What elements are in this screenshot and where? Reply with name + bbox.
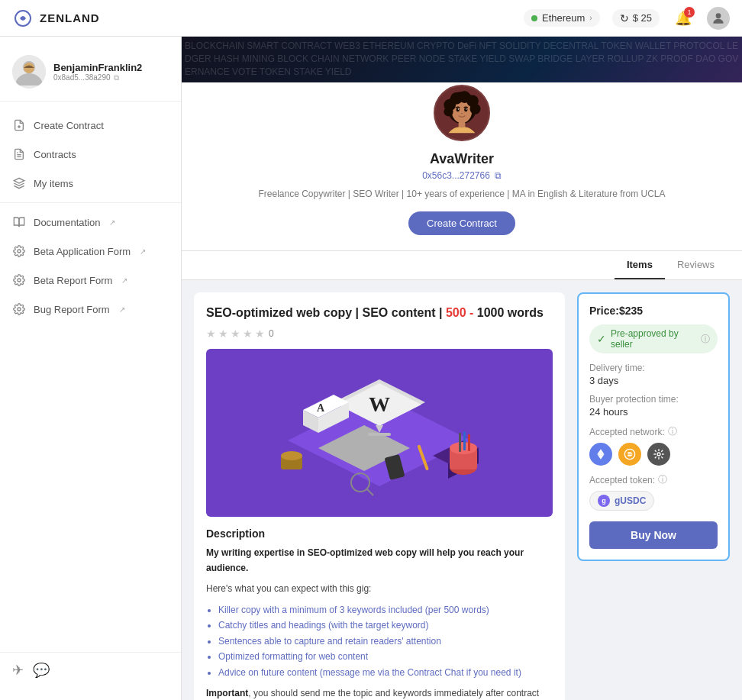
create-contract-button[interactable]: Create Contract [408, 211, 515, 235]
profile-bio: Freelance Copywriter | SEO Writer | 10+ … [182, 187, 742, 201]
user-info: BenjaminFranklin2 0x8ad5...38a290 ⧉ [53, 62, 142, 82]
file-plus-icon [12, 118, 26, 132]
profile-tabs: Items Reviews [182, 251, 742, 280]
external-link-icon: ↗ [140, 247, 146, 256]
gig-title-end: 1000 words [473, 306, 544, 319]
profile-avatar [431, 82, 492, 144]
important-label: Important [206, 688, 248, 698]
important-detail: , you should send me the topic and keywo… [206, 688, 539, 700]
layers-icon [12, 176, 26, 190]
chevron-right-icon: › [589, 14, 592, 22]
other-network-icon[interactable] [647, 443, 670, 466]
telegram-icon[interactable]: ✈ [12, 662, 24, 679]
dai-network-icon[interactable] [618, 443, 641, 466]
svg-rect-48 [463, 431, 466, 450]
svg-point-16 [456, 108, 460, 111]
sidebar-item-label: Create Contract [34, 120, 104, 131]
sidebar-item-bug-report-form[interactable]: Bug Report Form ↗ [0, 295, 181, 324]
svg-point-19 [466, 108, 466, 109]
network-label: Ethereum [542, 12, 585, 24]
description-title: Description [206, 527, 553, 540]
network-status-dot [531, 15, 537, 21]
protection-detail: Buyer protection time: 24 hours [589, 394, 718, 418]
gig-title-text: SEO-optimized web copy | SEO content | [206, 306, 442, 319]
notification-badge: 1 [684, 7, 695, 18]
svg-point-11 [18, 279, 21, 282]
gig-title-highlight: 500 - [442, 306, 473, 319]
sidebar-item-my-items[interactable]: My items [0, 169, 181, 198]
star-5: ★ [255, 327, 265, 340]
protection-label: Buyer protection time: [589, 394, 718, 405]
svg-point-12 [18, 308, 21, 311]
balance-display[interactable]: ↻ $ 25 [612, 9, 660, 27]
what-to-expect: Here's what you can expect with this gig… [206, 582, 553, 596]
notifications-button[interactable]: 🔔 1 [672, 7, 695, 30]
copy-address-icon[interactable]: ⧉ [495, 170, 502, 181]
logo-icon[interactable] [12, 8, 34, 29]
copy-address-icon[interactable]: ⧉ [114, 73, 119, 82]
svg-rect-49 [468, 434, 470, 451]
sidebar-item-create-contract[interactable]: Create Contract [0, 111, 181, 140]
gig-main-panel: SEO-optimized web copy | SEO content | 5… [194, 292, 565, 700]
bullet-item: Killer copy with a minimum of 3 keywords… [218, 602, 553, 618]
sidebar: BenjaminFranklin2 0x8ad5...38a290 ⧉ Crea… [0, 37, 182, 700]
tab-reviews[interactable]: Reviews [665, 251, 727, 279]
nav-divider [0, 202, 181, 203]
user-avatar [12, 55, 46, 89]
token-name: gUSDC [615, 495, 646, 506]
topnav-right: Ethereum › ↻ $ 25 🔔 1 [524, 7, 730, 30]
checkmark-icon: ✓ [597, 333, 606, 345]
network-selector[interactable]: Ethereum › [524, 9, 600, 27]
svg-marker-9 [14, 178, 24, 183]
star-1: ★ [206, 327, 216, 340]
bullet-item: Optimized formatting for web content [218, 649, 553, 664]
sidebar-item-contracts[interactable]: Contracts [0, 140, 181, 169]
bullet-item: Sentences able to capture and retain rea… [218, 634, 553, 649]
svg-point-24 [470, 104, 481, 115]
tab-items[interactable]: Items [615, 251, 665, 279]
star-3: ★ [231, 327, 240, 340]
brand-name: ZENLAND [40, 11, 100, 24]
sidebar-navigation: Create Contract Contracts My items [0, 108, 181, 327]
delivery-label: Delivery time: [589, 363, 718, 373]
gear-icon [12, 244, 26, 258]
user-name: BenjaminFranklin2 [53, 62, 142, 73]
profile-address: 0x56c3...272766 ⧉ [182, 170, 742, 181]
chat-icon[interactable]: 💬 [33, 662, 50, 679]
buy-now-button[interactable]: Buy Now [589, 521, 718, 549]
gig-image: W A [206, 349, 553, 517]
external-link-icon: ↗ [121, 276, 127, 285]
ethereum-network-icon[interactable] [589, 443, 612, 466]
sidebar-item-label: Beta Application Form [34, 246, 131, 257]
svg-point-1 [716, 13, 721, 18]
info-icon[interactable]: ⓘ [668, 425, 677, 438]
star-rating: ★ ★ ★ ★ ★ 0 [206, 327, 553, 340]
profile-avatar-wrap [182, 82, 742, 144]
description-intro: My writing expertise in SEO-optimized we… [206, 546, 553, 575]
main-content: BLOCKCHAIN SMART CONTRACT WEB3 ETHEREUM … [182, 37, 742, 700]
sidebar-item-beta-application-form[interactable]: Beta Application Form ↗ [0, 237, 181, 266]
svg-point-39 [281, 451, 302, 460]
sidebar-item-label: Beta Report Form [34, 275, 112, 286]
protection-value: 24 hours [589, 406, 718, 418]
sidebar-bottom: ✈ 💬 [0, 652, 181, 688]
balance-value: $ 25 [633, 12, 652, 24]
preapproved-label: Pre-approved by seller [611, 328, 696, 350]
rating-count: 0 [269, 328, 274, 339]
user-section: BenjaminFranklin2 0x8ad5...38a290 ⧉ [0, 49, 181, 102]
token-icon: g [598, 495, 610, 507]
sidebar-item-documentation[interactable]: Documentation ↗ [0, 208, 181, 237]
info-icon[interactable]: ⓘ [658, 473, 667, 486]
info-icon[interactable]: ⓘ [701, 333, 710, 346]
gear-icon [12, 302, 26, 316]
bullet-item: Advice on future content (message me via… [218, 665, 553, 680]
purchase-panel: Price:$235 ✓ Pre-approved by seller ⓘ De… [577, 292, 730, 561]
user-avatar-button[interactable] [707, 7, 730, 30]
svg-rect-47 [459, 433, 461, 452]
svg-point-62 [657, 453, 660, 456]
main-layout: BenjaminFranklin2 0x8ad5...38a290 ⧉ Crea… [0, 37, 742, 700]
sidebar-item-beta-report-form[interactable]: Beta Report Form ↗ [0, 266, 181, 295]
star-4: ★ [243, 327, 253, 340]
file-text-icon [12, 147, 26, 161]
svg-point-25 [444, 107, 453, 116]
